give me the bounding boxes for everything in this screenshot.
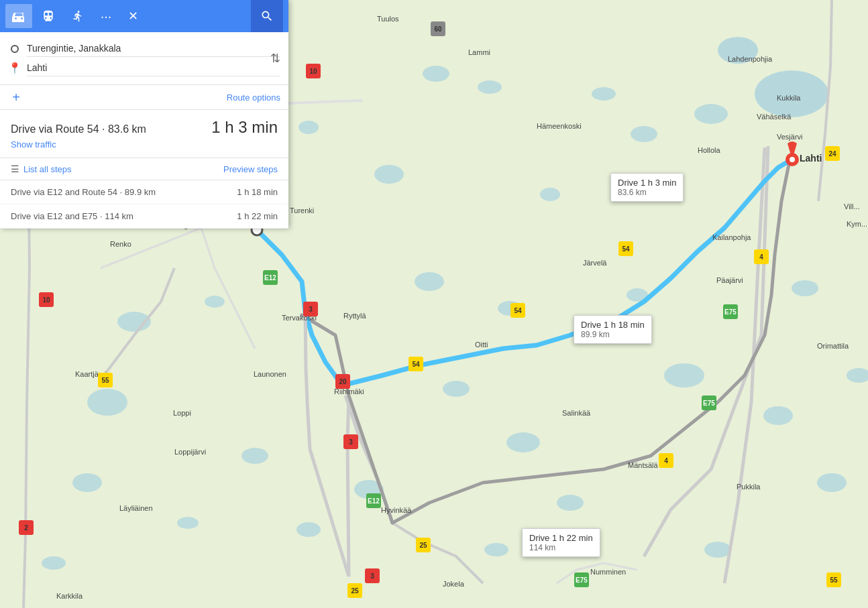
svg-point-19 (763, 406, 793, 425)
place-lahti-label: Lahti (800, 153, 822, 164)
svg-point-31 (42, 556, 66, 570)
add-stop-button[interactable]: + (8, 89, 24, 105)
map-tooltip-2: Drive 1 h 18 min 89.9 km (574, 315, 652, 344)
origin-input[interactable] (27, 40, 280, 57)
badge-r3c: 3 (365, 568, 380, 583)
map-tooltip-3: Drive 1 h 22 min 114 km (522, 528, 600, 557)
svg-point-33 (817, 473, 847, 492)
svg-point-16 (443, 381, 470, 397)
badge-e75b: E75 (702, 396, 716, 410)
map-tooltip-1: Drive 1 h 3 min 83.6 km (610, 173, 684, 202)
svg-point-4 (423, 66, 449, 82)
badge-r54a: 54 (510, 303, 525, 318)
destination-input[interactable] (27, 60, 280, 76)
badge-e12b: E12 (366, 493, 381, 508)
route-options-button[interactable]: Route options (227, 93, 280, 103)
badge-r3a: 3 (303, 302, 318, 316)
badge-r4b: 4 (659, 453, 673, 468)
destination-row: 📍 (8, 60, 280, 76)
steps-bar: ☰ List all steps Preview steps (0, 158, 288, 180)
badge-r4a: 4 (754, 249, 769, 264)
list-all-steps-button[interactable]: List all steps (23, 164, 72, 174)
svg-point-14 (415, 272, 444, 291)
svg-point-22 (296, 522, 321, 537)
svg-point-37 (790, 157, 795, 162)
alt-route-1[interactable]: Drive via E12 and Route 54 · 89.9 km 1 h… (0, 180, 288, 204)
top-bar: ··· ✕ (0, 0, 288, 32)
badge-r25b: 25 (347, 583, 362, 598)
mode-walking-button[interactable] (64, 4, 91, 28)
tooltip-sub-1: 83.6 km (618, 188, 676, 197)
alt-route-2-duration: 1 h 22 min (237, 211, 278, 221)
svg-point-7 (540, 188, 560, 201)
tooltip-title-3: Drive 1 h 22 min (529, 533, 593, 543)
tooltip-title-1: Drive 1 h 3 min (618, 178, 676, 188)
route-title: Drive via Route 54 · 83.6 km (11, 123, 146, 135)
badge-r10b: 10 (39, 292, 54, 307)
badge-e75a: E75 (723, 304, 738, 319)
svg-point-30 (72, 473, 102, 492)
alt-route-2-label: Drive via E12 and E75 · 114 km (11, 211, 237, 221)
route-duration: 1 h 3 min (211, 118, 278, 137)
svg-point-3 (694, 104, 728, 124)
tooltip-sub-3: 114 km (529, 543, 593, 552)
svg-point-8 (631, 126, 657, 142)
badge-r25: 25 (416, 538, 431, 552)
svg-point-10 (299, 121, 319, 134)
show-traffic-button[interactable]: Show traffic (11, 137, 56, 152)
svg-point-18 (664, 363, 704, 387)
svg-point-20 (792, 280, 818, 296)
svg-point-2 (718, 37, 758, 64)
svg-point-13 (87, 389, 127, 416)
svg-point-29 (241, 448, 268, 464)
add-stop-row: + Route options (0, 85, 288, 110)
badge-r54c: 54 (618, 241, 633, 256)
list-icon: ☰ (11, 164, 19, 174)
badge-r60: 60 (431, 21, 445, 36)
tooltip-sub-2: 89.9 km (581, 330, 645, 339)
badge-r55a: 55 (98, 373, 113, 387)
search-button[interactable] (251, 0, 283, 32)
svg-point-1 (755, 70, 828, 117)
origin-icon (8, 42, 21, 56)
alt-route-1-label: Drive via E12 and Route 54 · 89.9 km (11, 187, 237, 197)
input-area: 📍 ⇅ (0, 32, 288, 85)
mode-transit-button[interactable] (35, 4, 62, 28)
badge-e12a: E12 (263, 270, 278, 285)
more-modes-button[interactable]: ··· (94, 4, 118, 28)
svg-point-5 (478, 80, 502, 94)
svg-point-23 (557, 495, 584, 511)
mode-driving-button[interactable] (5, 4, 32, 28)
badge-r20: 20 (335, 374, 350, 389)
route-info: Drive via Route 54 · 83.6 km 1 h 3 min S… (0, 110, 288, 158)
alt-routes: Drive via E12 and Route 54 · 89.9 km 1 h… (0, 180, 288, 229)
svg-point-17 (506, 432, 540, 452)
preview-steps-button[interactable]: Preview steps (223, 164, 278, 174)
badge-r3b: 3 (343, 434, 358, 449)
badge-r54b: 54 (409, 357, 423, 371)
badge-e75c: E75 (574, 572, 589, 587)
svg-point-32 (177, 517, 199, 529)
alt-route-1-duration: 1 h 18 min (237, 187, 278, 197)
badge-r24: 24 (825, 146, 840, 161)
svg-point-24 (484, 543, 508, 556)
svg-point-25 (205, 296, 225, 308)
swap-waypoints-button[interactable]: ⇅ (270, 51, 280, 66)
alt-route-2[interactable]: Drive via E12 and E75 · 114 km 1 h 22 mi… (0, 204, 288, 229)
dest-icon: 📍 (8, 62, 21, 75)
badge-r55b: 55 (826, 572, 841, 587)
badge-r10a: 10 (306, 64, 321, 78)
sidebar: ··· ✕ 📍 ⇅ + Route options Dr (0, 0, 288, 229)
svg-point-27 (704, 542, 731, 558)
svg-point-6 (374, 165, 404, 184)
tooltip-title-2: Drive 1 h 18 min (581, 320, 645, 330)
close-directions-button[interactable]: ✕ (121, 4, 145, 28)
origin-row (8, 40, 280, 57)
badge-r2: 2 (19, 520, 34, 535)
svg-point-9 (592, 87, 616, 101)
